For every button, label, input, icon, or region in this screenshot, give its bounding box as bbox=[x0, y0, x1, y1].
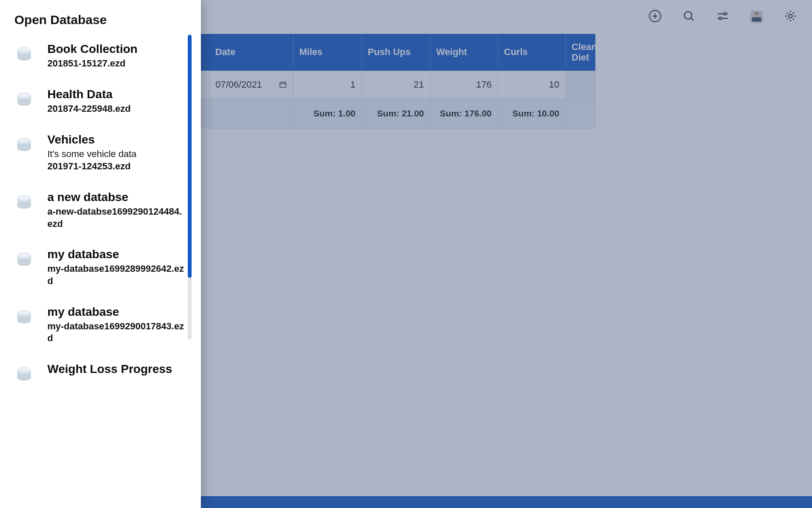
database-item-text: Weight Loss Progress bbox=[47, 362, 185, 367]
database-item-name: my database bbox=[47, 305, 185, 319]
database-item-file: 201851-15127.ezd bbox=[47, 58, 185, 70]
database-item-text: my databasemy-database1699290017843.ezd bbox=[47, 305, 185, 345]
drawer-scrollbar-thumb[interactable] bbox=[188, 35, 192, 278]
drawer-scrollbar-track[interactable] bbox=[188, 35, 192, 340]
svg-point-15 bbox=[18, 47, 31, 52]
database-icon bbox=[14, 364, 36, 367]
database-item[interactable]: Book Collection201851-15127.ezd bbox=[14, 35, 185, 80]
database-item[interactable]: my databasemy-database1699289992642.ezd bbox=[14, 240, 185, 297]
database-item-text: my databasemy-database1699289992642.ezd bbox=[47, 248, 185, 287]
database-icon bbox=[14, 249, 36, 271]
open-database-drawer: Open Database Book Collection201851-1512… bbox=[0, 0, 201, 367]
database-item[interactable]: VehiclesIt's some vehicle data201971-124… bbox=[14, 125, 185, 183]
database-icon bbox=[14, 135, 36, 156]
svg-point-19 bbox=[18, 138, 31, 143]
database-list[interactable]: Book Collection201851-15127.ezd Health D… bbox=[0, 35, 185, 367]
database-icon bbox=[14, 307, 36, 328]
database-item-text: VehiclesIt's some vehicle data201971-124… bbox=[47, 133, 185, 173]
database-icon bbox=[14, 44, 36, 65]
database-item-desc: It's some vehicle data bbox=[47, 148, 185, 160]
database-item-name: Weight Loss Progress bbox=[47, 362, 185, 367]
svg-point-21 bbox=[18, 196, 31, 201]
database-item[interactable]: Weight Loss Progress bbox=[14, 355, 185, 367]
database-item-name: a new databse bbox=[47, 190, 185, 204]
database-item-name: Book Collection bbox=[47, 42, 185, 56]
database-item-file: 201971-124253.ezd bbox=[47, 160, 185, 173]
database-item-text: Health Data201874-225948.ezd bbox=[47, 88, 185, 115]
database-item-name: Vehicles bbox=[47, 133, 185, 146]
database-icon bbox=[14, 89, 36, 110]
svg-point-17 bbox=[18, 92, 31, 97]
database-item-name: my database bbox=[47, 248, 185, 261]
database-item-file: 201874-225948.ezd bbox=[47, 103, 185, 115]
database-list-container: Book Collection201851-15127.ezd Health D… bbox=[0, 35, 201, 367]
database-item-file: a-new-databse1699290124484.ezd bbox=[47, 206, 185, 230]
database-item[interactable]: my databasemy-database1699290017843.ezd bbox=[14, 298, 185, 355]
database-item-text: a new databsea-new-databse1699290124484.… bbox=[47, 190, 185, 230]
database-icon bbox=[14, 192, 36, 213]
svg-point-25 bbox=[18, 310, 31, 315]
database-item-name: Health Data bbox=[47, 88, 185, 101]
database-item-text: Book Collection201851-15127.ezd bbox=[47, 42, 185, 70]
database-item[interactable]: Health Data201874-225948.ezd bbox=[14, 80, 185, 125]
drawer-title: Open Database bbox=[0, 0, 201, 35]
database-item[interactable]: a new databsea-new-databse1699290124484.… bbox=[14, 183, 185, 240]
database-item-file: my-database1699289992642.ezd bbox=[47, 263, 185, 287]
database-item-file: my-database1699290017843.ezd bbox=[47, 320, 185, 345]
svg-point-23 bbox=[18, 253, 31, 258]
